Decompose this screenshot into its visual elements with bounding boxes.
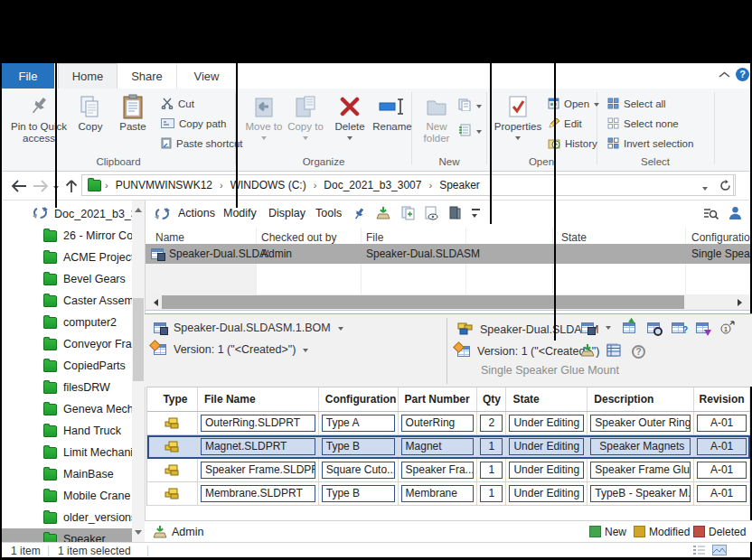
vault-view-icon[interactable] xyxy=(449,206,461,222)
cut-button[interactable]: Cut xyxy=(161,96,194,112)
pdm-search-icon[interactable] xyxy=(703,207,719,223)
tree-item[interactable]: Geneva Mecha xyxy=(2,398,145,420)
select-none-button[interactable]: Select none xyxy=(607,116,679,132)
column-header-checked-out-by[interactable]: Checked out by xyxy=(261,231,352,244)
bom-cell-qty[interactable]: 1 xyxy=(480,438,503,455)
bom-cell-state[interactable]: Under Editing xyxy=(509,462,584,479)
bom-row-selected[interactable]: Magnet.SLDPRT Type B Magnet 1 Under Edit… xyxy=(147,435,750,459)
check-in-icon[interactable] xyxy=(375,206,391,223)
bom-cell-qty[interactable]: 1 xyxy=(480,485,503,502)
bom-cell-part-number[interactable]: Membrane xyxy=(401,485,475,502)
menu-modify[interactable]: Modify xyxy=(223,207,257,219)
tab-home[interactable]: Home xyxy=(58,63,118,89)
bom-row[interactable]: Speaker Frame.SLDPRT Square Cuto... Spea… xyxy=(147,459,750,482)
go-to-version-icon[interactable]: 1 xyxy=(720,321,735,337)
column-header-configuration[interactable]: Configuration xyxy=(691,231,750,244)
new-folder-button[interactable]: New folder xyxy=(418,92,456,145)
bom-row[interactable]: OuterRing.SLDPRT Type A OuterRing 2 Unde… xyxy=(147,412,750,435)
filter-bom-icon[interactable] xyxy=(696,322,709,336)
bom-col-file-name[interactable]: File Name xyxy=(198,387,319,411)
bom-col-description[interactable]: Description xyxy=(588,387,694,411)
bom-cell-state[interactable]: Under Editing xyxy=(509,438,584,455)
bom-cell-configuration[interactable]: Square Cuto... xyxy=(322,462,395,479)
edit-button[interactable]: Edit xyxy=(548,116,582,132)
details-view-icon[interactable] xyxy=(692,545,706,558)
bom-cell-revision[interactable]: A-01 xyxy=(697,485,747,502)
scroll-up-icon[interactable] xyxy=(135,204,142,212)
tab-view[interactable]: View xyxy=(177,63,237,89)
bom-cell-configuration[interactable]: Type B xyxy=(322,485,395,502)
select-all-button[interactable]: Select all xyxy=(607,96,666,112)
bom-cell-part-number[interactable]: Speaker Fra... xyxy=(401,462,475,479)
bom-help-icon[interactable] xyxy=(632,345,645,359)
tree-item[interactable]: CopiedParts xyxy=(2,355,145,377)
menu-actions[interactable]: Actions xyxy=(178,207,215,219)
bom-col-type[interactable]: Type xyxy=(147,387,198,411)
bom-cell-configuration[interactable]: Type A xyxy=(322,415,395,432)
bom-cell-description[interactable]: Speaker Frame Glu... xyxy=(590,462,691,479)
bom-col-qty[interactable]: Qty xyxy=(477,387,506,411)
column-header-name[interactable]: Name xyxy=(155,231,246,244)
bom-cell-qty[interactable]: 2 xyxy=(480,415,503,432)
save-bom-caret[interactable] xyxy=(606,326,611,332)
thumbnail-view-icon[interactable] xyxy=(712,545,727,558)
check-in-bom-icon[interactable] xyxy=(623,322,635,336)
bom-cell-file-name[interactable]: Speaker Frame.SLDPRT xyxy=(201,462,315,479)
move-to-button[interactable]: Move to xyxy=(244,92,284,143)
tree-item[interactable]: ACME Project xyxy=(2,247,145,268)
hscrollbar-thumb[interactable] xyxy=(162,295,684,309)
copy-tree-icon[interactable] xyxy=(401,206,416,223)
pdm-pin-icon[interactable] xyxy=(353,207,365,223)
bom-cell-revision[interactable]: A-01 xyxy=(697,415,747,432)
bom-cell-description[interactable]: TypeB - Speaker M... xyxy=(590,485,691,502)
copy-to-button[interactable]: Copy to xyxy=(286,92,325,143)
address-dropdown-caret[interactable] xyxy=(702,187,708,193)
bom-cell-qty[interactable]: 1 xyxy=(480,462,503,479)
bom-selector[interactable]: Speaker-Dual.SLDASM.1.BOM xyxy=(154,322,343,334)
tree-scrollbar[interactable] xyxy=(132,201,145,542)
help-icon[interactable] xyxy=(736,68,749,81)
bom-cell-state[interactable]: Under Editing xyxy=(509,415,584,432)
bom-cell-file-name[interactable]: Magnet.SLDPRT xyxy=(201,438,315,455)
easy-access-button[interactable] xyxy=(458,123,482,139)
bom-cell-file-name[interactable]: OuterRing.SLDPRT xyxy=(201,415,315,432)
rename-button[interactable]: Rename xyxy=(371,92,414,133)
breadcrumb-segment[interactable]: WINDOWS (C:) xyxy=(227,179,310,191)
where-used-bom-icon[interactable]: ? xyxy=(672,322,684,336)
tree-root-vault[interactable]: Doc_2021_b3_30 xyxy=(2,203,145,225)
bom-col-state[interactable]: State xyxy=(506,387,588,411)
menu-tools[interactable]: Tools xyxy=(315,207,342,219)
copy-button[interactable]: Copy xyxy=(70,92,110,133)
tree-item[interactable]: Conveyor Fram xyxy=(2,333,145,355)
compare-bom-icon[interactable] xyxy=(647,322,660,336)
collapse-ribbon-icon[interactable] xyxy=(719,71,730,79)
bom-cell-revision[interactable]: A-01 xyxy=(697,438,747,455)
bom-version-selector[interactable]: Version: 1 ("<Created>") xyxy=(154,343,308,356)
breadcrumb[interactable]: › PUNVMWINSWK12 › WINDOWS (C:) › Doc_202… xyxy=(81,174,734,196)
back-icon[interactable] xyxy=(11,180,27,192)
save-bom-icon[interactable] xyxy=(581,322,594,336)
tree-item[interactable]: Caster Assemb xyxy=(2,290,145,312)
bom-cell-revision[interactable]: A-01 xyxy=(697,462,747,479)
scroll-right-icon[interactable] xyxy=(738,299,746,306)
refresh-button[interactable] xyxy=(716,174,736,196)
scroll-left-icon[interactable] xyxy=(150,299,158,306)
bom-cell-file-name[interactable]: Membrane.SLDPRT xyxy=(201,485,315,502)
bom-col-part-number[interactable]: Part Number xyxy=(399,387,478,411)
tree-scrollbar-thumb[interactable] xyxy=(133,298,144,381)
tree-item[interactable]: older_versions xyxy=(2,507,145,528)
column-header-file[interactable]: File xyxy=(366,231,456,244)
tree-item[interactable]: Hand Truck xyxy=(2,420,145,442)
new-item-button[interactable] xyxy=(458,98,482,114)
pin-to-quick-access-button[interactable]: Pin to Quick access xyxy=(9,92,69,145)
pdm-user-icon[interactable] xyxy=(728,206,742,223)
bom-cell-part-number[interactable]: OuterRing xyxy=(401,415,475,432)
file-row-selected[interactable]: Speaker-Dual.SLDAS... Admin Speaker-Dual… xyxy=(146,244,750,264)
tree-item[interactable]: filesDRW xyxy=(2,377,145,398)
tree-item[interactable]: 26 - Mirror Con xyxy=(2,225,145,247)
copy-path-button[interactable]: Copy path xyxy=(161,116,226,132)
bom-cell-part-number[interactable]: Magnet xyxy=(401,438,475,455)
tab-share[interactable]: Share xyxy=(118,63,177,89)
forward-icon[interactable] xyxy=(33,180,49,192)
properties-button[interactable]: Properties xyxy=(492,92,544,143)
